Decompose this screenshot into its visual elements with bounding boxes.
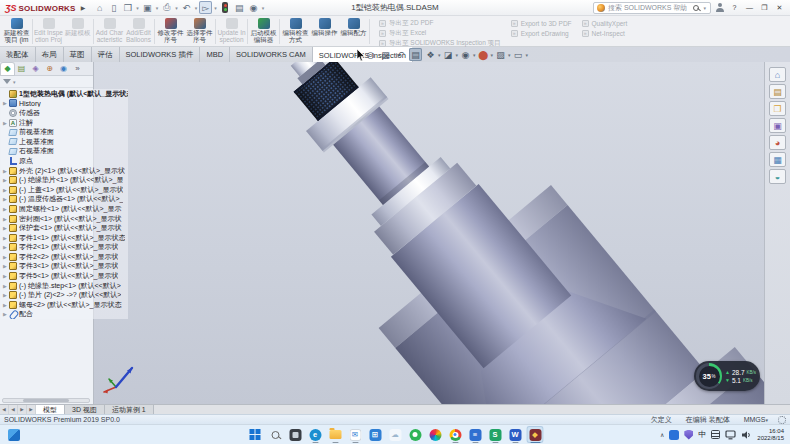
apply-scene-icon[interactable]: ▨ (494, 48, 507, 61)
zoom-to-area-icon[interactable]: ▧ (379, 48, 392, 61)
tree-item[interactable]: ▶零件1<1> (默认<<默认>_显示状态 (1, 233, 128, 243)
print-icon[interactable]: ⎙ (160, 1, 173, 14)
ribbon-button-9[interactable]: 启动模板编辑器 (249, 17, 278, 46)
view-palette-icon[interactable]: ▣ (769, 118, 786, 133)
edge-icon[interactable]: e (307, 426, 324, 443)
cloud-app-icon[interactable]: ☁ (387, 426, 404, 443)
filter-funnel-icon[interactable] (3, 79, 11, 84)
edit-appearance-icon[interactable]: ⬤ (477, 48, 490, 61)
taskbar-corner-widget-icon[interactable] (8, 429, 20, 441)
ime-language-indicator[interactable]: 中 (698, 429, 706, 440)
file-properties-icon[interactable]: ▤ (233, 1, 246, 14)
tree-item[interactable]: ▶配合 (1, 310, 128, 320)
view-settings-icon-caret[interactable]: ▾ (526, 52, 529, 58)
search-input[interactable]: 搜索 SOLIDWORKS 帮助 ▾ (593, 2, 711, 14)
rebuild-traffic-light-icon[interactable] (219, 1, 232, 14)
volume-icon[interactable] (741, 430, 752, 440)
tree-item[interactable]: 右视基准面 (1, 147, 128, 157)
search-caret-icon[interactable]: ▾ (703, 5, 706, 11)
tab-nav-first-icon[interactable]: ◀ (0, 405, 9, 414)
tray-chevron-icon[interactable]: ∧ (660, 431, 664, 438)
custom-properties-icon[interactable]: ▦ (769, 152, 786, 167)
ribbon-button-7[interactable]: 选择零件序号 (185, 17, 214, 46)
tab-草图[interactable]: 草图 (64, 47, 92, 62)
display-style-icon-caret[interactable]: ▾ (456, 52, 459, 58)
tree-item[interactable]: 原点 (1, 156, 128, 166)
tree-item[interactable]: 上视基准面 (1, 137, 128, 147)
mail-icon[interactable]: ✉ (347, 426, 364, 443)
dictionary-app-icon[interactable]: ≡ (467, 426, 484, 443)
word-app-icon[interactable]: W (507, 426, 524, 443)
tray-blue-app-icon[interactable] (669, 430, 679, 440)
ribbon-button-11[interactable]: 编辑操作 (310, 17, 339, 46)
view-orientation-icon[interactable]: ❖ (424, 48, 437, 61)
configurationmanager-tab[interactable]: ◈ (29, 63, 42, 75)
select-icon-caret[interactable]: ▾ (214, 5, 217, 11)
ribbon-button-12[interactable]: 编辑配方 (339, 17, 368, 46)
save-icon[interactable]: ▣ (141, 1, 154, 14)
minimize-button[interactable]: — (743, 2, 756, 14)
tab-装配体[interactable]: 装配体 (0, 47, 36, 62)
tree-root-assembly[interactable]: 1型铠装热电偶 (默认<默认_显示状态-1 (1, 89, 128, 99)
network-monitor-icon[interactable] (725, 430, 736, 440)
tree-item[interactable]: ▶A注解 (1, 118, 128, 128)
previous-view-icon[interactable]: ↶ (394, 48, 407, 61)
tree-item[interactable]: ▶(-) 垫片 (2)<2> ->? (默认<<默认> (1, 290, 128, 300)
undo-icon[interactable]: ↶ (180, 1, 193, 14)
solidworks-running-app[interactable]: ◆ (527, 426, 544, 443)
tree-item[interactable]: ▶固定螺栓<1> (默认<<默认>_显示 (1, 204, 128, 214)
home-icon[interactable]: ⌂ (93, 1, 106, 14)
tree-item[interactable]: ▶零件5<1> (默认<<默认>_显示状 (1, 271, 128, 281)
ribbon-button-6[interactable]: 修改零件序号 (156, 17, 185, 46)
file-explorer-icon[interactable] (327, 426, 344, 443)
color-wheel-app-icon[interactable] (427, 426, 444, 443)
save-icon-caret[interactable]: ▾ (156, 5, 159, 11)
tree-filter-row[interactable]: ▾ (0, 76, 93, 88)
tree-item[interactable]: ▶(-) 绝缘垫.step<1> (默认<<默认> (1, 281, 128, 291)
green-app-icon[interactable] (407, 426, 424, 443)
tab-MBD[interactable]: MBD (200, 47, 230, 62)
search-button[interactable] (267, 426, 284, 443)
propertymanager-tab[interactable]: ▤ (15, 63, 28, 75)
ribbon-button-10[interactable]: 编辑检查方式 (281, 17, 310, 46)
displaymanager-tab[interactable]: ◉ (57, 63, 70, 75)
performance-overlay-widget[interactable]: 35% ▲ 28.7 KB/s ▼ 5.1 KB/s (694, 361, 760, 391)
tree-item[interactable]: ▶零件2<2> (默认<<默认>_显示状 (1, 252, 128, 262)
tree-item[interactable]: ▶外壳 (2)<1> (默认<<默认>_显示状 (1, 166, 128, 176)
status-gear-icon[interactable] (778, 416, 786, 424)
tab-SOLIDWORKS CAM[interactable]: SOLIDWORKS CAM (230, 47, 313, 62)
help-button[interactable]: ? (728, 2, 741, 14)
model-tab-运动算例 1[interactable]: 运动算例 1 (105, 405, 154, 414)
tab-SOLIDWORKS 插件[interactable]: SOLIDWORKS 插件 (120, 47, 201, 62)
apply-scene-icon-caret[interactable]: ▾ (508, 52, 511, 58)
section-view-icon[interactable]: ▤ (409, 48, 422, 61)
tab-nav-last-icon[interactable]: ▶ (27, 405, 36, 414)
file-explorer-icon[interactable]: ❐ (769, 101, 786, 116)
tree-item[interactable]: ▶螺母<2> (默认<<默认>_显示状态 (1, 300, 128, 310)
menu-expand-arrow[interactable]: ▶ (81, 4, 86, 11)
panel-tab-overflow[interactable]: » (71, 63, 84, 75)
new-document-icon[interactable]: ▯ (107, 1, 120, 14)
hide-show-items-icon[interactable]: ◉ (459, 48, 472, 61)
start-button[interactable] (247, 426, 264, 443)
appearances-icon[interactable]: ◕ (769, 135, 786, 150)
edit-appearance-icon-caret[interactable]: ▾ (491, 52, 494, 58)
close-button[interactable]: ✕ (773, 2, 786, 14)
options-icon[interactable]: ◉ (247, 1, 260, 14)
undo-icon-caret[interactable]: ▾ (195, 5, 198, 11)
wps-app-icon[interactable]: S (487, 426, 504, 443)
tab-nav-prev-icon[interactable]: ◀ (9, 405, 18, 414)
tab-布局[interactable]: 布局 (36, 47, 64, 62)
restore-button[interactable]: ❐ (758, 2, 771, 14)
filter-caret-icon[interactable]: ▾ (13, 79, 16, 85)
view-orientation-icon-caret[interactable]: ▾ (438, 52, 441, 58)
chrome-icon[interactable] (447, 426, 464, 443)
featuremanager-tree-tab[interactable]: ◆ (1, 63, 14, 75)
design-library-icon[interactable]: ▤ (769, 84, 786, 99)
tree-item[interactable]: ▶(-) 上盖<1> (默认<<默认>_显示状 (1, 185, 128, 195)
panel-horizontal-scrollbar[interactable] (2, 398, 90, 403)
open-icon-caret[interactable]: ▾ (136, 5, 139, 11)
tree-item[interactable]: ▶(-) 绝缘垫片<1> (默认<<默认>_显 (1, 175, 128, 185)
login-user-icon[interactable] (715, 3, 724, 12)
tree-item[interactable]: ▶密封圈<1> (默认<<默认>_显示状 (1, 214, 128, 224)
